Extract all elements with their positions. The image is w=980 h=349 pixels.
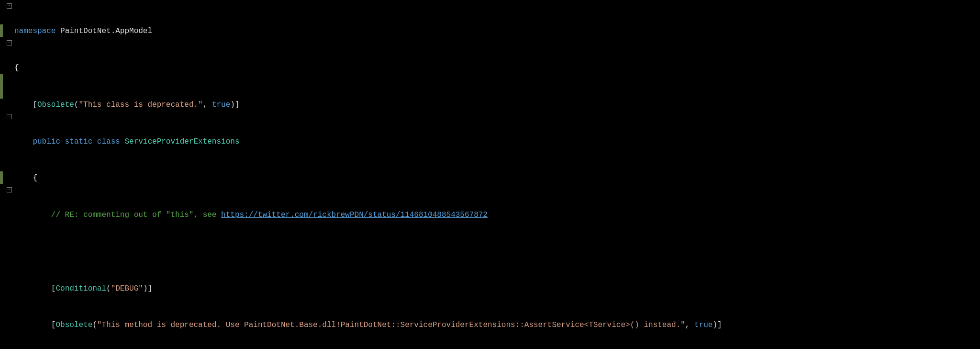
code-line[interactable]: { — [14, 172, 980, 185]
code-line[interactable]: { — [14, 62, 980, 75]
code-line[interactable]: namespace PaintDotNet.AppModel — [14, 25, 980, 38]
url-link[interactable]: https://twitter.com/rickbrewPDN/status/1… — [221, 211, 488, 219]
gutter: - - - - — [0, 0, 14, 349]
code-line[interactable]: [Obsolete("This method is deprecated. Us… — [14, 319, 980, 332]
code-area[interactable]: namespace PaintDotNet.AppModel { [Obsole… — [14, 0, 980, 349]
fold-icon[interactable]: - — [7, 3, 12, 9]
code-line[interactable]: // RE: commenting out of "this", see htt… — [14, 209, 980, 222]
fold-icon[interactable]: - — [7, 187, 12, 192]
code-line[interactable] — [14, 246, 980, 259]
code-line[interactable]: [Obsolete("This class is deprecated.", t… — [14, 99, 980, 112]
code-line[interactable]: public static class ServiceProviderExten… — [14, 136, 980, 148]
fold-icon[interactable]: - — [7, 114, 12, 119]
code-line[interactable]: [Conditional("DEBUG")] — [14, 283, 980, 295]
code-editor[interactable]: - - - - namespace PaintDotNet.AppModel {… — [0, 0, 980, 349]
change-marker — [0, 24, 3, 37]
change-marker — [0, 171, 3, 184]
change-marker — [0, 74, 3, 99]
fold-icon[interactable]: - — [7, 40, 12, 45]
